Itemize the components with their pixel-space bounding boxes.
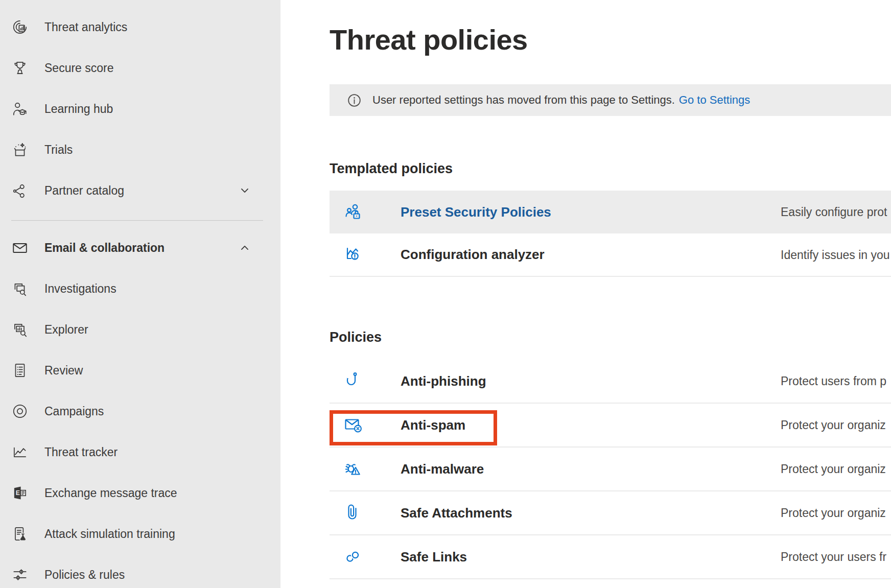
row-safe-attachments[interactable]: Safe Attachments Protect your organiz xyxy=(330,491,891,535)
threat-analytics-icon xyxy=(11,18,29,36)
sidebar-item-label: Email & collaboration xyxy=(44,241,165,255)
sidebar-item-investigations[interactable]: Investigations xyxy=(0,268,280,309)
anti-phishing-hook-icon xyxy=(343,371,364,391)
sidebar-item-trials[interactable]: Trials xyxy=(0,129,280,170)
sidebar-item-label: Threat analytics xyxy=(44,20,127,34)
sidebar-item-label: Learning hub xyxy=(44,102,113,116)
sidebar-item-campaigns[interactable]: Campaigns xyxy=(0,391,280,432)
explorer-icon xyxy=(11,321,29,338)
learning-hub-icon xyxy=(11,100,29,117)
banner-message: User reported settings has moved from th… xyxy=(372,93,675,107)
chevron-up-icon[interactable] xyxy=(239,242,250,253)
row-anti-phishing[interactable]: Anti-phishing Protect users from p xyxy=(330,360,891,404)
row-anti-spam[interactable]: Anti-spam Protect your organiz xyxy=(330,404,891,448)
sidebar-item-email-collaboration[interactable]: Email & collaboration xyxy=(0,227,280,268)
info-banner: User reported settings has moved from th… xyxy=(330,84,891,116)
section-heading-policies: Policies xyxy=(330,330,891,345)
sidebar-item-label: Exchange message trace xyxy=(44,486,177,500)
chevron-down-icon[interactable] xyxy=(239,185,250,196)
sidebar-item-label: Policies & rules xyxy=(44,568,125,582)
sidebar-item-explorer[interactable]: Explorer xyxy=(0,309,280,350)
review-icon xyxy=(11,362,29,379)
sidebar-item-learning-hub[interactable]: Learning hub xyxy=(0,88,280,129)
sidebar-item-label: Threat tracker xyxy=(44,445,118,459)
sidebar-divider xyxy=(11,220,263,221)
anti-malware-bug-icon xyxy=(343,459,364,479)
row-anti-malware[interactable]: Anti-malware Protect your organiz xyxy=(330,448,891,491)
row-label[interactable]: Safe Attachments xyxy=(401,505,512,521)
page-title: Threat policies xyxy=(330,22,891,57)
section-heading-templated-policies: Templated policies xyxy=(330,161,891,177)
row-description: Easily configure prot xyxy=(781,205,887,219)
exchange-message-trace-icon: E xyxy=(11,484,29,502)
row-safe-links[interactable]: Safe Links Protect your users fr xyxy=(330,535,891,579)
row-configuration-analyzer[interactable]: Configuration analyzer Identify issues i… xyxy=(330,233,891,277)
email-collaboration-icon xyxy=(11,239,29,256)
sidebar-item-label: Attack simulation training xyxy=(44,527,175,541)
row-description: Identify issues in you xyxy=(781,248,890,262)
row-label[interactable]: Configuration analyzer xyxy=(401,247,545,263)
row-label[interactable]: Anti-phishing xyxy=(401,373,486,389)
anti-spam-envelope-icon xyxy=(343,415,364,435)
sidebar-item-policies-rules[interactable]: Policies & rules xyxy=(0,554,280,588)
row-description: Protect users from p xyxy=(781,374,886,388)
sidebar-item-threat-tracker[interactable]: Threat tracker xyxy=(0,432,280,473)
sidebar-item-label: Campaigns xyxy=(44,405,104,418)
info-icon xyxy=(347,93,362,108)
policies-list: Anti-phishing Protect users from p Anti-… xyxy=(330,360,891,579)
sidebar-item-label: Secure score xyxy=(44,61,114,75)
sidebar-item-exchange-message-trace[interactable]: E Exchange message trace xyxy=(0,473,280,513)
main-content: Threat policies User reported settings h… xyxy=(280,0,891,588)
policies-rules-icon xyxy=(11,566,29,583)
preset-security-policies-icon xyxy=(343,202,364,222)
row-label[interactable]: Anti-spam xyxy=(401,417,465,433)
sidebar-item-partner-catalog[interactable]: Partner catalog xyxy=(0,170,280,211)
row-description: Protect your organiz xyxy=(781,418,886,432)
threat-policies-page: Threat analytics Secure score xyxy=(0,0,891,588)
sidebar-item-label: Explorer xyxy=(44,323,88,337)
svg-text:E: E xyxy=(16,489,20,497)
sidebar-item-attack-simulation-training[interactable]: Attack simulation training xyxy=(0,513,280,554)
row-description: Protect your organiz xyxy=(781,506,886,520)
sidebar-item-label: Partner catalog xyxy=(44,184,124,198)
safe-links-chain-icon xyxy=(343,547,364,567)
templated-policies-list: Preset Security Policies Easily configur… xyxy=(330,191,891,277)
sidebar-item-label: Review xyxy=(44,364,83,378)
investigations-icon xyxy=(11,280,29,297)
sidebar: Threat analytics Secure score xyxy=(0,0,280,588)
sidebar-item-review[interactable]: Review xyxy=(0,350,280,391)
secure-score-icon xyxy=(11,59,29,77)
go-to-settings-link[interactable]: Go to Settings xyxy=(679,93,750,107)
configuration-analyzer-icon xyxy=(343,245,364,265)
row-preset-security-policies[interactable]: Preset Security Policies Easily configur… xyxy=(330,191,891,233)
row-label[interactable]: Safe Links xyxy=(401,549,467,565)
sidebar-nav: Threat analytics Secure score xyxy=(0,0,280,588)
threat-tracker-icon xyxy=(11,443,29,461)
campaigns-icon xyxy=(11,403,29,420)
sidebar-item-threat-analytics[interactable]: Threat analytics xyxy=(0,7,280,48)
row-description: Protect your users fr xyxy=(781,550,886,564)
safe-attachments-paperclip-icon xyxy=(343,503,364,523)
trials-icon xyxy=(11,141,29,158)
sidebar-item-label: Investigations xyxy=(44,282,116,296)
attack-simulation-training-icon xyxy=(11,525,29,543)
partner-catalog-icon xyxy=(11,182,29,199)
row-label[interactable]: Preset Security Policies xyxy=(401,204,551,220)
row-label[interactable]: Anti-malware xyxy=(401,461,484,477)
sidebar-item-label: Trials xyxy=(44,143,73,157)
sidebar-item-secure-score[interactable]: Secure score xyxy=(0,48,280,88)
row-description: Protect your organiz xyxy=(781,462,886,476)
